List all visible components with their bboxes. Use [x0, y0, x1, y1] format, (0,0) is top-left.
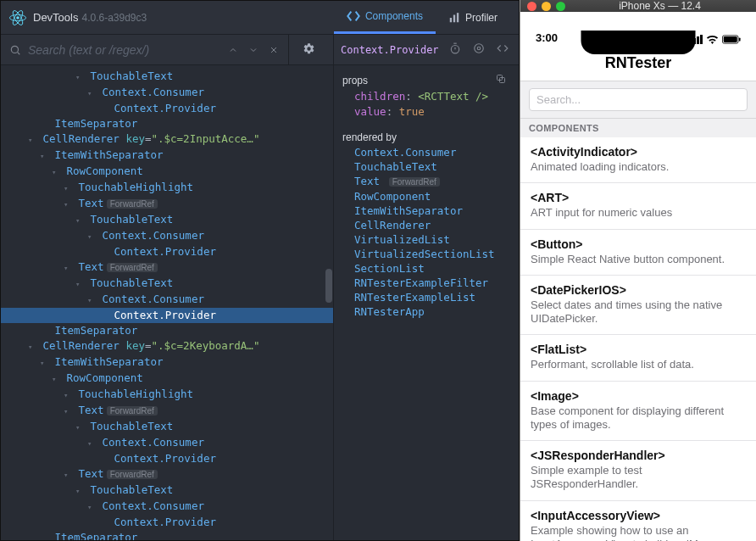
tree-node[interactable]: Context.Provider	[1, 308, 333, 323]
rendered-by-link[interactable]: RNTesterApp	[354, 304, 510, 319]
search-clear-button[interactable]	[264, 41, 283, 59]
caret-down-icon[interactable]	[40, 148, 48, 164]
scrollbar-thumb[interactable]	[325, 269, 332, 303]
search-input[interactable]	[28, 43, 224, 57]
rendered-by-link[interactable]: ItemWithSeparator	[354, 204, 510, 218]
rendered-by-link[interactable]: Text ForwardRef	[354, 174, 510, 189]
tree-node[interactable]: TouchableText	[1, 419, 333, 435]
tab-profiler[interactable]: Profiler	[436, 1, 510, 34]
list-item[interactable]: <InputAccessoryView>Example showing how …	[520, 501, 756, 542]
battery-icon	[722, 35, 741, 44]
caret-down-icon[interactable]	[64, 466, 72, 482]
tree-node[interactable]: Context.Provider	[1, 451, 333, 466]
list-item-title: <Button>	[531, 237, 746, 251]
rendered-by-link[interactable]: CellRenderer	[354, 218, 510, 232]
minimize-window-button[interactable]	[542, 2, 551, 11]
tree-node[interactable]: TextForwardRef	[1, 466, 333, 482]
component-tree[interactable]: TouchableText Context.Consumer Context.P…	[1, 65, 333, 540]
caret-down-icon[interactable]	[87, 292, 96, 308]
search-prev-button[interactable]	[224, 41, 242, 59]
tree-node[interactable]: ItemSeparator	[1, 530, 333, 540]
tree-node[interactable]: Context.Provider	[1, 101, 333, 116]
zoom-window-button[interactable]	[556, 2, 565, 11]
tree-node[interactable]: Context.Consumer	[1, 435, 333, 451]
caret-down-icon[interactable]	[87, 499, 96, 515]
tree-node[interactable]: TouchableText	[1, 69, 333, 85]
list-item-title: <ActivityIndicator>	[531, 145, 746, 159]
rendered-by-link[interactable]: RNTesterExampleFilter	[354, 276, 510, 290]
caret-down-icon[interactable]	[64, 387, 72, 403]
caret-down-icon[interactable]	[87, 228, 96, 244]
list-item[interactable]: <DatePickerIOS>Select dates and times us…	[520, 276, 756, 336]
search-next-button[interactable]	[244, 41, 263, 59]
tab-components[interactable]: Components	[334, 1, 436, 34]
example-list[interactable]: <ActivityIndicator>Animated loading indi…	[520, 137, 756, 541]
tree-node[interactable]: Context.Provider	[1, 244, 333, 259]
tree-node[interactable]: Context.Provider	[1, 515, 333, 530]
tree-node[interactable]: TextForwardRef	[1, 403, 333, 419]
tree-node[interactable]: CellRenderer key=".$c=2KeyboardA…"	[1, 338, 333, 354]
view-source-button[interactable]	[493, 41, 512, 59]
caret-down-icon[interactable]	[64, 403, 72, 419]
copy-props-button[interactable]	[492, 70, 510, 89]
list-item[interactable]: <JSResponderHandler>Simple example to te…	[520, 441, 756, 501]
tree-node[interactable]: CellRenderer key=".$c=2InputAcce…"	[1, 131, 333, 148]
rendered-by-link[interactable]: RNTesterExampleList	[354, 290, 510, 304]
example-search-input[interactable]	[529, 88, 748, 111]
rendered-by-link[interactable]: TouchableText	[354, 159, 510, 174]
tree-node[interactable]: TouchableHighlight	[1, 180, 333, 196]
caret-down-icon[interactable]	[75, 69, 84, 85]
tree-node[interactable]: ItemSeparator	[1, 116, 333, 131]
list-item[interactable]: <Image>Base component for displaying dif…	[520, 382, 756, 442]
settings-button[interactable]	[299, 41, 318, 59]
caret-down-icon[interactable]	[75, 419, 84, 435]
simulator-title: iPhone Xs — 12.4	[570, 0, 749, 12]
rendered-by-link[interactable]: VirtualizedSectionList	[354, 247, 510, 261]
rendered-by-list: Context.ConsumerTouchableTextText Forwar…	[342, 145, 510, 319]
tree-node[interactable]: TouchableText	[1, 276, 333, 292]
suspense-toggle-button[interactable]	[446, 41, 464, 59]
caret-down-icon[interactable]	[52, 164, 60, 180]
svg-point-15	[475, 44, 484, 53]
crosshair-icon	[473, 42, 485, 57]
caret-down-icon[interactable]	[52, 371, 60, 387]
search-icon[interactable]	[6, 41, 25, 59]
caret-down-icon[interactable]	[28, 338, 36, 354]
caret-down-icon[interactable]	[40, 354, 48, 371]
close-window-button[interactable]	[527, 2, 536, 11]
tree-node[interactable]: TextForwardRef	[1, 196, 333, 212]
caret-down-icon[interactable]	[75, 212, 84, 228]
caret-down-icon[interactable]	[64, 180, 72, 196]
list-item[interactable]: <ActivityIndicator>Animated loading indi…	[520, 137, 756, 183]
inspect-dom-button[interactable]	[470, 41, 488, 59]
tree-node[interactable]: ItemWithSeparator	[1, 354, 333, 371]
rendered-by-link[interactable]: SectionList	[354, 261, 510, 276]
tree-node[interactable]: TouchableText	[1, 482, 333, 499]
caret-down-icon[interactable]	[75, 482, 84, 499]
tree-node[interactable]: TouchableText	[1, 212, 333, 228]
caret-down-icon[interactable]	[64, 196, 72, 212]
list-item[interactable]: <Button>Simple React Native button compo…	[520, 230, 756, 276]
list-item[interactable]: <FlatList>Performant, scrollable list of…	[520, 335, 756, 381]
tree-node[interactable]: Context.Consumer	[1, 292, 333, 308]
rendered-by-link[interactable]: VirtualizedList	[354, 232, 510, 247]
tree-node[interactable]: TouchableHighlight	[1, 387, 333, 403]
tree-node[interactable]: Context.Consumer	[1, 499, 333, 515]
devtools-tree-pane: TouchableText Context.Consumer Context.P…	[1, 35, 334, 540]
tree-node[interactable]: ItemWithSeparator	[1, 148, 333, 164]
tree-node[interactable]: RowComponent	[1, 371, 333, 387]
rendered-by-link[interactable]: Context.Consumer	[354, 145, 510, 159]
caret-down-icon[interactable]	[75, 276, 84, 292]
caret-down-icon[interactable]	[87, 435, 96, 451]
tree-node[interactable]: TextForwardRef	[1, 259, 333, 276]
tree-node[interactable]: ItemSeparator	[1, 323, 333, 338]
list-item[interactable]: <ART>ART input for numeric values	[520, 183, 756, 229]
tree-node[interactable]: RowComponent	[1, 164, 333, 180]
caret-down-icon[interactable]	[28, 131, 36, 148]
tree-node[interactable]: Context.Consumer	[1, 85, 333, 101]
caret-down-icon[interactable]	[87, 85, 96, 101]
simulator-titlebar[interactable]: iPhone Xs — 12.4	[520, 0, 756, 12]
rendered-by-link[interactable]: RowComponent	[354, 189, 510, 204]
tree-node[interactable]: Context.Consumer	[1, 228, 333, 244]
caret-down-icon[interactable]	[64, 259, 72, 276]
